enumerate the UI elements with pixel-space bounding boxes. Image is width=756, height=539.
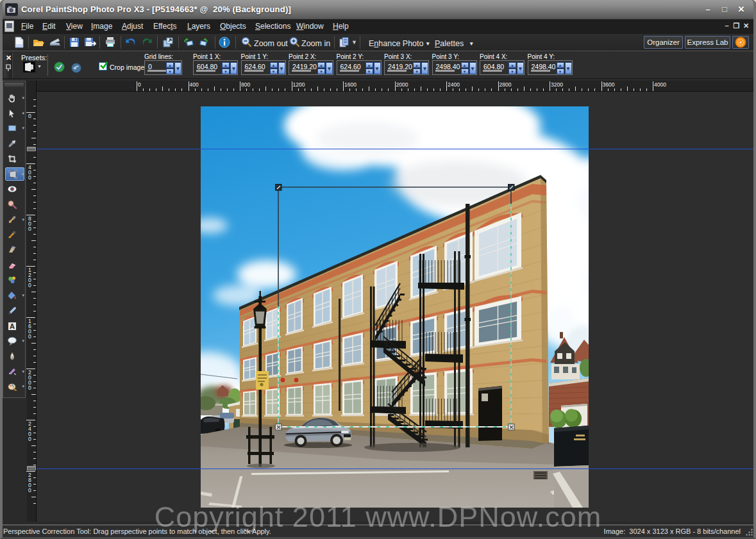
svg-text:A: A [10,322,15,330]
